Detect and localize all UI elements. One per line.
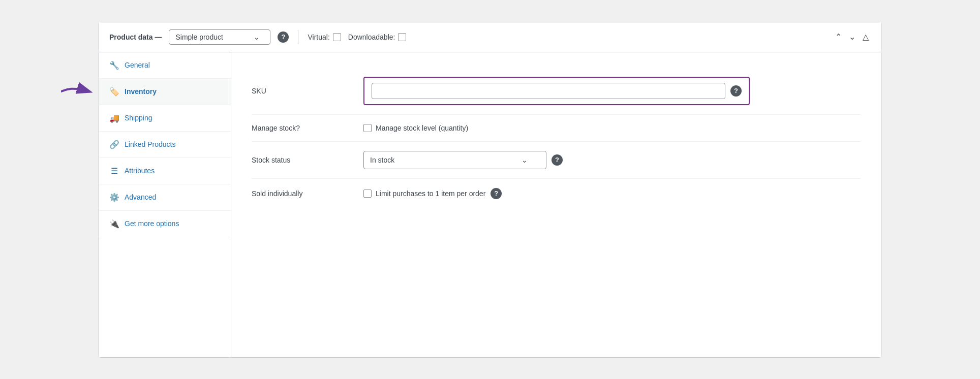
sku-highlighted-wrapper: ?	[363, 77, 750, 105]
sku-label: SKU	[252, 87, 353, 95]
tag-icon: 🏷️	[109, 87, 119, 97]
collapse-down-button[interactable]: ⌄	[847, 31, 858, 43]
sidebar-item-get-more-options-label: Get more options	[125, 219, 179, 228]
sold-individually-field-row: Sold individually Limit purchases to 1 i…	[252, 179, 861, 208]
sku-field-control: ?	[363, 77, 861, 105]
truck-icon: 🚚	[109, 113, 119, 123]
list-icon: ☰	[109, 166, 119, 176]
sold-individually-label: Sold individually	[252, 190, 353, 198]
sidebar-item-shipping-label: Shipping	[125, 114, 152, 122]
panel-header: Product data — Simple product ⌄ ? Virtua…	[99, 22, 881, 52]
sidebar-item-general-label: General	[125, 61, 150, 69]
main-content: SKU ? Manage stock? Manage stock level (…	[231, 52, 881, 357]
gear-icon: ⚙️	[109, 193, 119, 202]
stock-status-select[interactable]: In stock ⌄	[363, 151, 546, 169]
stock-status-chevron-icon: ⌄	[522, 156, 528, 164]
downloadable-label: Downloadable:	[348, 33, 395, 41]
sold-individually-checkbox[interactable]	[363, 190, 372, 198]
link-icon: 🔗	[109, 140, 119, 149]
sold-individually-help-icon[interactable]: ?	[491, 188, 502, 199]
stock-status-label: Stock status	[252, 156, 353, 164]
sku-field-row: SKU ?	[252, 68, 861, 115]
sidebar: 🔧 General 🏷️ Inventory 🚚 Shi	[99, 52, 231, 357]
sidebar-item-linked-products-label: Linked Products	[125, 140, 175, 148]
header-divider	[298, 30, 298, 44]
manage-stock-control: Manage stock level (quantity)	[363, 124, 861, 132]
manage-stock-field-row: Manage stock? Manage stock level (quanti…	[252, 115, 861, 142]
virtual-checkbox[interactable]	[333, 33, 341, 41]
sold-individually-checkbox-label[interactable]: Limit purchases to 1 item per order	[363, 190, 485, 198]
stock-status-field-row: Stock status In stock ⌄ ?	[252, 142, 861, 179]
sidebar-item-advanced[interactable]: ⚙️ Advanced	[99, 184, 231, 211]
chevron-down-icon: ⌄	[254, 33, 260, 41]
stock-status-value: In stock	[370, 156, 394, 164]
plugin-icon: 🔌	[109, 219, 119, 229]
virtual-label: Virtual:	[308, 33, 329, 41]
product-data-panel: Product data — Simple product ⌄ ? Virtua…	[99, 22, 881, 358]
stock-status-control: In stock ⌄ ?	[363, 151, 861, 169]
downloadable-checkbox-label[interactable]: Downloadable:	[348, 33, 407, 41]
manage-stock-checkbox[interactable]	[363, 124, 372, 132]
manage-stock-checkbox-text: Manage stock level (quantity)	[376, 124, 468, 132]
sidebar-item-advanced-label: Advanced	[125, 193, 156, 201]
collapse-up-button[interactable]: ⌃	[833, 31, 844, 43]
panel-body: 🔧 General 🏷️ Inventory 🚚 Shi	[99, 52, 881, 357]
sidebar-item-attributes[interactable]: ☰ Attributes	[99, 158, 231, 184]
manage-stock-checkbox-label[interactable]: Manage stock level (quantity)	[363, 124, 468, 132]
sku-help-icon[interactable]: ?	[730, 85, 742, 97]
purple-arrow-annotation	[58, 81, 97, 102]
sold-individually-checkbox-text: Limit purchases to 1 item per order	[376, 190, 485, 198]
sold-individually-control: Limit purchases to 1 item per order ?	[363, 188, 861, 199]
sidebar-item-general[interactable]: 🔧 General	[99, 52, 231, 79]
sku-input[interactable]	[372, 83, 725, 99]
expand-button[interactable]: △	[861, 31, 871, 43]
sidebar-item-inventory[interactable]: 🏷️ Inventory	[99, 79, 231, 105]
downloadable-checkbox[interactable]	[398, 33, 406, 41]
panel-title: Product data —	[109, 33, 162, 41]
sidebar-item-linked-products[interactable]: 🔗 Linked Products	[99, 132, 231, 158]
wrench-icon: 🔧	[109, 60, 119, 70]
product-type-value: Simple product	[175, 33, 223, 41]
header-actions: ⌃ ⌄ △	[833, 31, 871, 43]
sidebar-item-get-more-options[interactable]: 🔌 Get more options	[99, 211, 231, 237]
manage-stock-label: Manage stock?	[252, 124, 353, 132]
sidebar-item-inventory-label: Inventory	[125, 87, 157, 96]
sidebar-item-shipping[interactable]: 🚚 Shipping	[99, 105, 231, 132]
virtual-checkbox-label[interactable]: Virtual:	[308, 33, 341, 41]
product-type-select[interactable]: Simple product ⌄	[169, 29, 270, 45]
product-type-help-icon[interactable]: ?	[278, 31, 289, 43]
sidebar-item-attributes-label: Attributes	[125, 167, 155, 175]
stock-status-help-icon[interactable]: ?	[552, 154, 563, 166]
